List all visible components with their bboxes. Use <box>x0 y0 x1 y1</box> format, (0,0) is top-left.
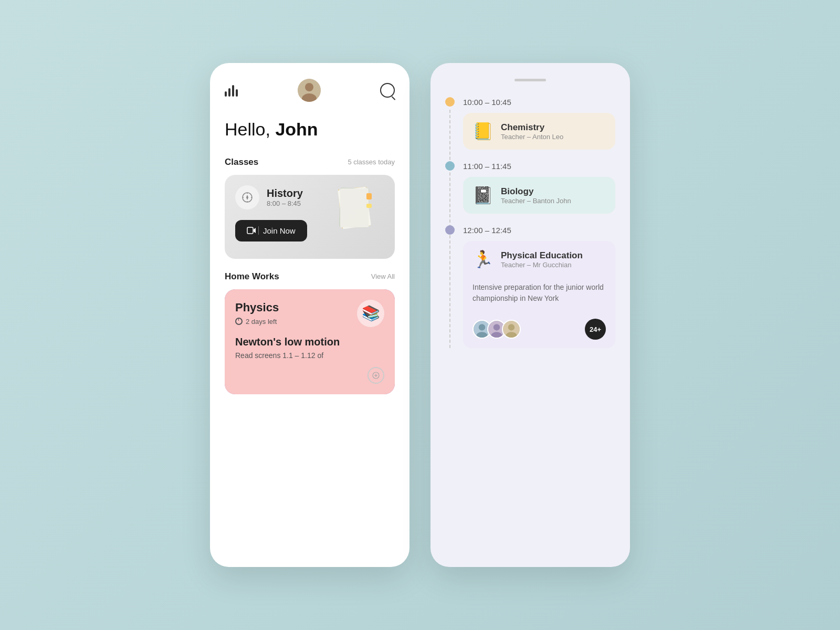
class-icon <box>235 185 259 209</box>
hw-days-left: 2 days left <box>246 318 277 326</box>
classes-header: Classes 5 classes today <box>225 157 395 167</box>
time-text-3: 12:00 – 12:45 <box>463 226 511 235</box>
homework-card-wrapper: Physics 2 days left 📚 Newton's low motio… <box>225 289 395 394</box>
join-now-label: Join Now <box>263 226 296 235</box>
biology-card[interactable]: 📓 Biology Teacher – Banton John <box>463 177 615 214</box>
phone-notch <box>514 79 546 81</box>
svg-point-1 <box>305 83 313 91</box>
right-phone: 10:00 – 10:45 📒 Chemistry Teacher – Anto… <box>430 63 630 567</box>
mini-avatar-3 <box>502 320 521 339</box>
svg-rect-9 <box>247 227 253 234</box>
avatar[interactable] <box>298 79 321 102</box>
history-class-card: History 8:00 – 8:45 Join Now <box>225 175 395 259</box>
timeline-item-pe: 12:00 – 12:45 🏃 Physical Education Teach… <box>445 225 615 348</box>
hw-download-icon[interactable] <box>368 367 384 384</box>
svg-point-23 <box>494 324 500 330</box>
clock-icon <box>235 318 243 325</box>
biology-info: Biology Teacher – Banton John <box>501 186 571 205</box>
time-label-3: 12:00 – 12:45 <box>445 225 615 235</box>
time-label-2: 11:00 – 11:45 <box>445 161 615 171</box>
pe-emoji: 🏃 <box>472 249 494 269</box>
pe-card[interactable]: 🏃 Physical Education Teacher – Mr Gucchi… <box>463 241 615 348</box>
pe-name: Physical Education <box>501 250 583 261</box>
chemistry-info: Chemistry Teacher – Anton Leo <box>501 122 563 141</box>
svg-marker-8 <box>246 195 248 200</box>
chemistry-name: Chemistry <box>501 122 563 133</box>
left-phone: Hello, John Classes 5 classes today Hist… <box>210 63 410 567</box>
chemistry-teacher: Teacher – Anton Leo <box>501 133 563 141</box>
biology-teacher: Teacher – Banton John <box>501 197 571 205</box>
pe-teacher: Teacher – Mr Gucchian <box>501 261 583 269</box>
svg-rect-14 <box>340 188 369 227</box>
hw-books-icon: 📚 <box>357 300 384 327</box>
timeline-item-biology: 11:00 – 11:45 📓 Biology Teacher – Banton… <box>445 161 615 214</box>
time-text-1: 10:00 – 10:45 <box>463 98 511 107</box>
time-dot-1 <box>445 97 455 107</box>
svg-point-26 <box>508 324 514 330</box>
physics-homework-card: Physics 2 days left 📚 Newton's low motio… <box>225 289 395 394</box>
pe-footer: 24+ <box>472 319 606 340</box>
chemistry-card[interactable]: 📒 Chemistry Teacher – Anton Leo <box>463 113 615 150</box>
pe-info: Physical Education Teacher – Mr Gucchian <box>501 250 583 269</box>
hw-desc: Read screens 1.1 – 1.12 of <box>235 351 384 360</box>
chemistry-emoji: 📒 <box>472 121 494 141</box>
join-now-button[interactable]: Join Now <box>235 220 307 242</box>
svg-rect-16 <box>366 204 372 208</box>
time-text-2: 11:00 – 11:45 <box>463 162 511 171</box>
more-count-badge: 24+ <box>585 319 606 340</box>
pe-description: Intensive preparation for the junior wor… <box>472 282 606 304</box>
time-dot-2 <box>445 161 455 171</box>
class-info: History 8:00 – 8:45 <box>267 187 303 207</box>
time-label-1: 10:00 – 10:45 <box>445 97 615 107</box>
biology-emoji: 📓 <box>472 185 494 205</box>
bars-icon <box>225 84 238 97</box>
timeline-item-chemistry: 10:00 – 10:45 📒 Chemistry Teacher – Anto… <box>445 97 615 150</box>
hw-title: Newton's low motion <box>235 336 384 348</box>
view-all-link[interactable]: View All <box>371 272 395 280</box>
biology-name: Biology <box>501 186 571 197</box>
pe-avatars <box>472 320 521 339</box>
class-name: History <box>267 187 303 200</box>
svg-point-20 <box>479 324 485 330</box>
homework-header: Home Works View All <box>225 271 395 282</box>
greeting-text: Hello, John <box>225 119 395 140</box>
svg-rect-15 <box>366 193 372 200</box>
pe-header: 🏃 Physical Education Teacher – Mr Gucchi… <box>472 249 606 269</box>
homework-label: Home Works <box>225 271 279 282</box>
search-icon[interactable] <box>380 83 395 98</box>
classes-label: Classes <box>225 157 258 167</box>
class-time: 8:00 – 8:45 <box>267 200 303 207</box>
phone-header <box>225 79 395 102</box>
book-illustration <box>321 180 390 253</box>
classes-count: 5 classes today <box>348 158 395 166</box>
schedule-timeline: 10:00 – 10:45 📒 Chemistry Teacher – Anto… <box>445 97 615 348</box>
time-dot-3 <box>445 225 455 235</box>
